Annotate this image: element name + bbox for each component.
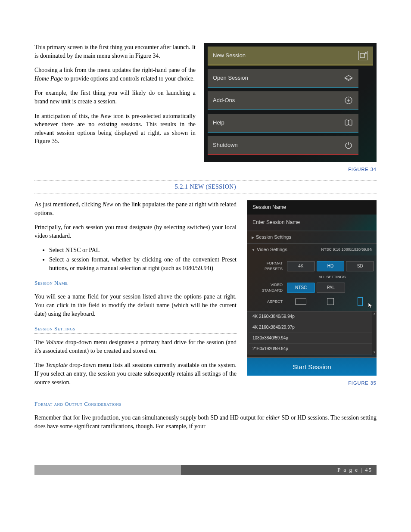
intro-p2: Choosing a link from the menu updates th… — [34, 66, 196, 83]
intro-p4: In anticipation of this, the New icon is… — [34, 112, 196, 146]
chevron-right-icon: ▶ — [252, 236, 254, 240]
list-item: Select a session format, whether by clic… — [49, 255, 237, 272]
intro-p1: This primary screen is the first thing y… — [34, 43, 196, 60]
format-row[interactable]: 1080x3840/59.94p — [249, 333, 375, 344]
open-session-icon — [344, 73, 353, 83]
format-row[interactable]: 2160x1920/59.94p — [249, 344, 375, 355]
scroll-up-icon[interactable]: ▲ — [373, 311, 376, 316]
video-settings-section[interactable]: ▼Video Settings NTSC 9:16 1080x1920/59.9… — [247, 243, 377, 255]
format-scrollbar[interactable]: ▲ ▼ — [372, 311, 377, 355]
sess-intro-p1: As just mentioned, clicking New on the l… — [34, 200, 237, 217]
all-settings-label: ALL SETTINGS — [290, 274, 374, 280]
add-ons-icon — [344, 96, 353, 105]
standard-pal-button[interactable]: PAL — [317, 283, 345, 293]
video-standard-label: VIDEO STANDARD — [250, 282, 285, 293]
menu-label: Add-Ons — [213, 96, 235, 104]
preset-4k-button[interactable]: 4K — [287, 261, 315, 271]
home-menu-screenshot: New Session Open Session — [204, 43, 377, 162]
session-panel-screenshot: Session Name Enter Session Name ▶Session… — [247, 200, 377, 376]
menu-label: Shutdown — [213, 141, 238, 149]
subheading-format: Format and Output Considerations — [34, 400, 377, 409]
aspect-tall-button[interactable] — [358, 297, 363, 306]
format-list[interactable]: 4K 2160x3840/59.94p 4K 2160x3840/29.97p … — [247, 311, 377, 355]
preset-sd-button[interactable]: SD — [346, 261, 374, 271]
format-considerations-text: Remember that for live production, you c… — [34, 414, 377, 430]
scroll-down-icon[interactable]: ▼ — [373, 350, 376, 355]
menu-item-add-ons[interactable]: Add-Ons — [208, 91, 358, 110]
page-footer: P a g e | 45 — [34, 465, 377, 475]
figure-35-caption: FIGURE 35 — [245, 380, 377, 386]
menu-item-help[interactable]: Help — [208, 114, 358, 133]
help-icon — [344, 118, 353, 128]
heading-5-2-1: 5.2.1 NEW (SESSION) — [34, 180, 377, 193]
subheading-session-name: Session Name — [34, 279, 237, 288]
sess-intro-list: Select NTSC or PAL Select a session form… — [49, 246, 237, 272]
chevron-down-icon: ▼ — [252, 248, 255, 252]
session-name-text: You will see a name field for your sessi… — [34, 292, 237, 318]
figure-34-caption: FIGURE 34 — [204, 166, 377, 173]
session-name-input[interactable]: Enter Session Name — [247, 215, 377, 230]
format-row[interactable]: 4K 2160x3840/59.94p — [249, 311, 375, 322]
format-presets-label: FORMAT PRESETS — [250, 261, 285, 271]
session-settings-p2: The Template drop-down menu lists all se… — [34, 361, 237, 386]
sess-intro-p2: Principally, for each session you must d… — [34, 223, 237, 240]
aspect-wide-button[interactable] — [295, 299, 306, 305]
video-settings-detail: NTSC 9:16 1080x1920/59.94i — [321, 247, 372, 252]
session-name-header: Session Name — [247, 200, 377, 215]
cursor-icon — [368, 302, 373, 308]
session-settings-section[interactable]: ▶Session Settings — [247, 231, 377, 243]
list-item: Select NTSC or PAL — [49, 246, 237, 255]
menu-item-new-session[interactable]: New Session — [208, 47, 373, 65]
start-session-button[interactable]: Start Session — [247, 357, 377, 376]
menu-item-shutdown[interactable]: Shutdown — [208, 136, 358, 155]
shutdown-icon — [344, 140, 353, 150]
standard-ntsc-button[interactable]: NTSC — [287, 283, 315, 293]
intro-p3: For example, the first thing you will li… — [34, 89, 196, 106]
format-row[interactable]: 4K 2160x3840/29.97p — [249, 322, 375, 333]
new-session-icon — [358, 51, 368, 60]
menu-label: Help — [213, 119, 224, 127]
menu-label: Open Session — [213, 74, 248, 82]
session-settings-p1: The Volume drop-down menu designates a p… — [34, 338, 237, 355]
aspect-label: ASPECT — [250, 299, 285, 305]
menu-label: New Session — [213, 52, 246, 59]
preset-hd-button[interactable]: HD — [317, 261, 345, 271]
aspect-square-button[interactable] — [327, 298, 334, 305]
page-number: P a g e | 45 — [181, 465, 377, 475]
svg-rect-0 — [360, 53, 364, 58]
menu-item-open-session[interactable]: Open Session — [208, 69, 358, 88]
subheading-session-settings: Session Settings — [34, 325, 237, 334]
